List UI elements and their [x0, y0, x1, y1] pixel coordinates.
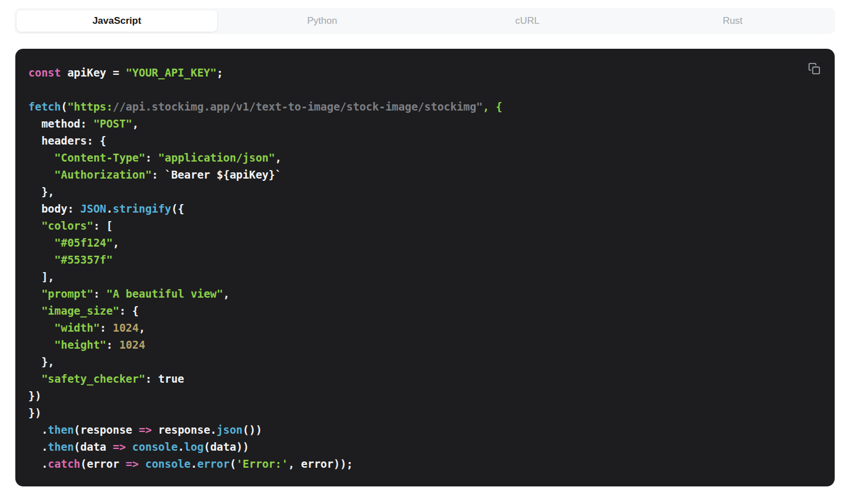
code-line: body: JSON.stringify({ — [28, 200, 821, 217]
code-line: .catch(error => console.error('Error:', … — [28, 455, 821, 472]
code-line: }, — [28, 353, 821, 370]
copy-button[interactable] — [806, 61, 822, 77]
code-line: "image_size": { — [28, 302, 821, 319]
tab-curl[interactable]: cURL — [427, 10, 628, 32]
code-line: .then(response => response.json()) — [28, 421, 821, 438]
code-line: fetch("https://api.stockimg.app/v1/text-… — [28, 98, 821, 115]
code-line: "prompt": "A beautiful view", — [28, 285, 821, 302]
code-line: const apiKey = "YOUR_API_KEY"; — [28, 64, 821, 81]
code-line: .then(data => console.log(data)) — [28, 438, 821, 455]
code-line: }) — [28, 387, 821, 404]
language-tabs: JavaScriptPythoncURLRust — [14, 8, 835, 34]
code-line: }, — [28, 183, 821, 200]
code-line: }) — [28, 404, 821, 421]
tab-python[interactable]: Python — [222, 10, 423, 32]
copy-icon — [808, 62, 820, 75]
code-line: "safety_checker": true — [28, 370, 821, 387]
code-line: method: "POST", — [28, 115, 821, 132]
code-line: "Authorization": `Bearer ${apiKey}` — [28, 166, 821, 183]
tab-rust[interactable]: Rust — [632, 10, 833, 32]
page: { "tabs": { "items": [ {"label": "JavaSc… — [0, 0, 850, 504]
code-content: const apiKey = "YOUR_API_KEY"; fetch("ht… — [15, 49, 835, 472]
code-line: "width": 1024, — [28, 319, 821, 336]
code-line: "Content-Type": "application/json", — [28, 149, 821, 166]
code-block: const apiKey = "YOUR_API_KEY"; fetch("ht… — [15, 49, 835, 486]
code-line: "#55357f" — [28, 251, 821, 268]
tab-javascript[interactable]: JavaScript — [16, 10, 217, 32]
code-line: "colors": [ — [28, 217, 821, 234]
code-line: "#05f124", — [28, 234, 821, 251]
code-line — [28, 81, 821, 98]
code-line: "height": 1024 — [28, 336, 821, 353]
code-line: ], — [28, 268, 821, 285]
code-line: headers: { — [28, 132, 821, 149]
